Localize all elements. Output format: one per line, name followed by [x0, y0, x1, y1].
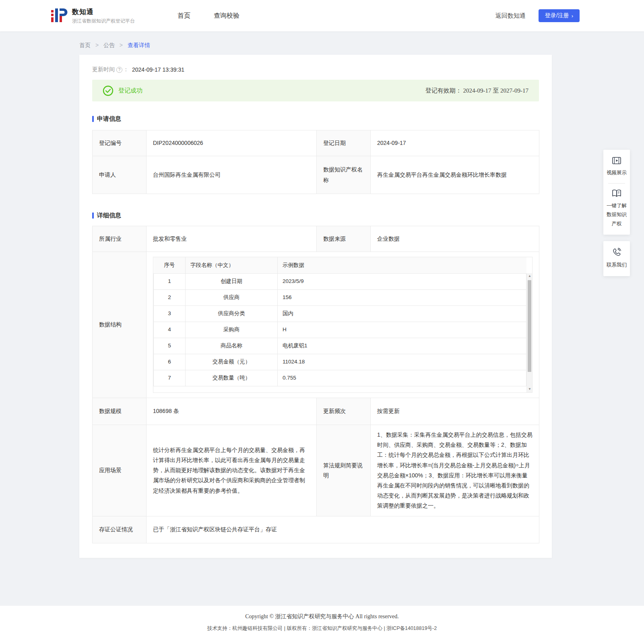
structure-row: 1 创建日期 2023/5/9 [154, 273, 526, 289]
table-row: 登记编号 DIP2024000006026 登记日期 2024-09-17 [93, 130, 539, 156]
table-row: 存证公证情况 已于「浙江省知识产权区块链公共存证平台」存证 [93, 516, 539, 543]
validity-label: 登记有效期： [425, 87, 462, 94]
apply-info-table: 登记编号 DIP2024000006026 登记日期 2024-09-17 申请… [92, 130, 539, 194]
logo-icon [50, 7, 68, 25]
industry-value: 批发和零售业 [147, 226, 317, 252]
breadcrumb-separator: > [95, 42, 99, 48]
col-sample-header: 示例数据 [278, 257, 526, 273]
nav-home[interactable]: 首页 [178, 12, 190, 20]
chevron-right-icon: › [572, 13, 573, 19]
cell-sample: 156 [278, 289, 526, 305]
cell-seq: 4 [154, 322, 186, 338]
breadcrumb-current: 查看详情 [128, 42, 150, 48]
applicant-value: 台州国际再生金属有限公司 [147, 156, 317, 194]
footer: Copyright © 浙江省知识产权研究与服务中心 All rights re… [0, 606, 644, 644]
section-detail-info: 详细信息 [92, 212, 539, 219]
structure-row: 5 商品名称 电机废铝1 [154, 338, 526, 354]
check-circle-icon [103, 85, 114, 96]
logo[interactable]: 数知通 浙江省数据知识产权登记平台 [50, 7, 135, 25]
question-circle-icon[interactable]: ? [116, 67, 122, 73]
reg-no-label: 登记编号 [93, 130, 147, 156]
cell-seq: 2 [154, 289, 186, 305]
algorithm-label: 算法规则简要说明 [317, 425, 371, 516]
back-to-shuzhitong-link[interactable]: 返回数知通 [495, 12, 526, 20]
cell-sample: 0.755 [278, 370, 526, 386]
cell-seq: 1 [154, 273, 186, 289]
col-field-header: 字段名称（中文） [186, 257, 278, 273]
table-row: 应用场景 统计分析再生金属交易平台上每个月的交易量、交易金额，再计算得出月环比增… [93, 425, 539, 516]
reg-no-value: DIP2024000006026 [147, 130, 317, 156]
structure-table-wrap: 序号 字段名称（中文） 示例数据 1 创建日期 2023/5/9 2 供应商 [153, 257, 533, 393]
col-seq-header: 序号 [154, 257, 186, 273]
cell-sample: 电机废铝1 [278, 338, 526, 354]
structure-row: 2 供应商 156 [154, 289, 526, 305]
structure-scrollbar[interactable]: ▲ ▼ [526, 273, 532, 392]
evidence-value: 已于「浙江省知识产权区块链公共存证平台」存证 [147, 516, 539, 543]
video-icon [612, 156, 621, 165]
status-text: 登记成功 [118, 87, 142, 95]
detail-card: 更新时间 ? ： 2024-09-17 13:39:31 登记成功 登记有效期：… [79, 55, 552, 558]
cell-sample: 国内 [278, 305, 526, 322]
section-apply-title: 申请信息 [97, 115, 121, 123]
login-register-button[interactable]: 登录/注册 › [539, 9, 580, 22]
registration-success-banner: 登记成功 登记有效期： 2024-09-17 至 2027-09-17 [92, 80, 539, 101]
cell-field: 创建日期 [186, 273, 278, 289]
breadcrumb-home[interactable]: 首页 [79, 42, 91, 48]
scrollbar-thumb[interactable] [528, 280, 531, 372]
structure-table: 序号 字段名称（中文） 示例数据 1 创建日期 2023/5/9 2 供应商 [153, 257, 526, 386]
side-card-top: 视频展示 一键了解数据知识产权 [603, 150, 630, 235]
section-marker [92, 116, 94, 122]
dip-name-value: 再生金属交易平台再生金属交易金额环比增长率数据 [371, 156, 539, 194]
cell-seq: 3 [154, 305, 186, 322]
scale-value: 108698 条 [147, 398, 317, 425]
video-showcase-label: 视频展示 [606, 168, 627, 178]
table-row: 申请人 台州国际再生金属有限公司 数据知识产权名称 再生金属交易平台再生金属交易… [93, 156, 539, 194]
update-time-row: 更新时间 ? ： 2024-09-17 13:39:31 [92, 66, 539, 73]
structure-row: 6 交易金额（元） 11024.18 [154, 354, 526, 370]
dip-name-label: 数据知识产权名称 [317, 156, 371, 194]
breadcrumb-announcements[interactable]: 公告 [103, 42, 115, 48]
breadcrumb: 首页 > 公告 > 查看详情 [79, 42, 644, 49]
book-icon [611, 189, 622, 198]
scroll-up-icon[interactable]: ▲ [527, 273, 533, 279]
contact-us-item[interactable]: 联系我们 [603, 241, 630, 276]
update-time-colon: ： [123, 66, 129, 73]
learn-dip-item[interactable]: 一键了解数据知识产权 [606, 189, 627, 229]
cell-field: 供应商 [186, 289, 278, 305]
cell-field: 交易金额（元） [186, 354, 278, 370]
side-panel: 视频展示 一键了解数据知识产权 联系我们 [603, 150, 630, 283]
algorithm-value: 1、数据采集：采集再生金属交易平台上的交易信息，包括交易时间、供应商、采购商、交… [371, 425, 539, 516]
table-row: 所属行业 批发和零售业 数据来源 企业数据 [93, 226, 539, 252]
cell-field: 采购商 [186, 322, 278, 338]
source-label: 数据来源 [317, 226, 371, 252]
app-subtitle: 浙江省数据知识产权登记平台 [72, 18, 135, 25]
section-apply-info: 申请信息 [92, 115, 539, 123]
learn-dip-label: 一键了解数据知识产权 [606, 201, 627, 229]
table-row: 数据规模 108698 条 更新频次 按需更新 [93, 398, 539, 425]
applicant-label: 申请人 [93, 156, 147, 194]
header: 数知通 浙江省数据知识产权登记平台 首页 查询校验 返回数知通 登录/注册 › [0, 0, 644, 31]
login-button-label: 登录/注册 [545, 12, 569, 19]
scroll-down-icon[interactable]: ▼ [527, 386, 533, 392]
video-showcase-item[interactable]: 视频展示 [606, 156, 627, 178]
main-nav: 首页 查询校验 [154, 12, 239, 20]
update-time-value: 2024-09-17 13:39:31 [132, 66, 184, 73]
section-detail-title: 详细信息 [97, 212, 121, 219]
industry-label: 所属行业 [93, 226, 147, 252]
breadcrumb-separator: > [120, 42, 123, 48]
freq-label: 更新频次 [317, 398, 371, 425]
nav-query-verify[interactable]: 查询校验 [214, 12, 239, 20]
validity-value: 2024-09-17 至 2027-09-17 [463, 87, 528, 94]
reg-date-value: 2024-09-17 [371, 130, 539, 156]
table-row: 数据结构 序号 字段名称（中文） 示例数据 1 创建日期 2023/5/9 [93, 252, 539, 398]
structure-row: 4 采购商 H [154, 322, 526, 338]
update-time-label: 更新时间 [92, 66, 115, 73]
reg-date-label: 登记日期 [317, 130, 371, 156]
cell-seq: 5 [154, 338, 186, 354]
source-value: 企业数据 [371, 226, 539, 252]
scenario-label: 应用场景 [93, 425, 147, 516]
freq-value: 按需更新 [371, 398, 539, 425]
structure-row: 7 交易数量（吨） 0.755 [154, 370, 526, 386]
validity-period: 登记有效期： 2024-09-17 至 2027-09-17 [425, 87, 528, 95]
evidence-label: 存证公证情况 [93, 516, 147, 543]
